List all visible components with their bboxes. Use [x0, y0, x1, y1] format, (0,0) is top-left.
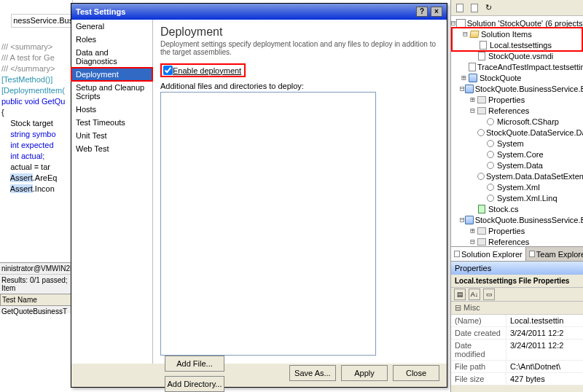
settings-category-roles[interactable]: Roles [71, 33, 152, 46]
reference-microsoft-csharp[interactable]: Microsoft.CSharp [451, 116, 583, 127]
ref-item-icon [485, 149, 496, 159]
settings-category-general[interactable]: General [71, 20, 152, 33]
help-icon[interactable]: ? [416, 7, 428, 17]
categorized-icon[interactable]: ▤ [454, 289, 466, 300]
results-summary: Results: 0/1 passed; Item [0, 274, 73, 294]
apply-button[interactable]: Apply [341, 365, 388, 381]
alphabetical-icon[interactable]: A↓ [469, 289, 480, 300]
references-node-test[interactable]: ⊟References [451, 236, 583, 246]
panel-subheading: Deployment settings specify deployment l… [160, 40, 439, 56]
settings-category-test-timeouts[interactable]: Test Timeouts [71, 116, 152, 129]
properties-panel: Properties Local.testsettings File Prope… [450, 261, 583, 392]
refresh-icon[interactable]: ↻ [482, 1, 495, 14]
ref-item-icon [477, 128, 485, 137]
tree-expander-icon[interactable]: ⊟ [469, 237, 477, 247]
reference-system-xml-linq[interactable]: System.Xml.Linq [451, 192, 583, 203]
settings-category-deployment[interactable]: Deployment [71, 68, 152, 81]
tree-expander-icon[interactable]: ⊟ [469, 106, 477, 116]
reference-system[interactable]: System [451, 138, 583, 149]
cs-icon [477, 204, 487, 213]
project-business[interactable]: ⊟StockQuote.BusinessService.Business [451, 83, 583, 94]
proj-icon [465, 215, 474, 224]
dialog-titlebar[interactable]: Test Settings ? × [71, 4, 447, 20]
tree-expander-icon[interactable]: ⊞ [469, 226, 477, 236]
tree-expander-icon[interactable]: ⊟ [451, 18, 456, 28]
properties-node-test[interactable]: ⊞Properties [451, 225, 583, 236]
property-row[interactable]: Date modified3/24/2011 12:2 [451, 340, 583, 361]
explorer-tabs: Solution ExplorerTeam ExplorerServer Exp… [451, 246, 583, 261]
status-bar: ninistrator@VMWIN2K3DEV [0, 263, 73, 274]
reference-system-core[interactable]: System.Core [451, 149, 583, 160]
tree-expander-icon[interactable]: ⊞ [469, 95, 477, 105]
property-key: Date modified [451, 340, 506, 360]
ref-icon [477, 226, 487, 235]
add-directory-button[interactable]: Add Directory... [165, 376, 224, 392]
references-node[interactable]: ⊟References [451, 105, 583, 116]
settings-category-data-and-diagnostics[interactable]: Data and Diagnostics [71, 46, 152, 68]
property-row[interactable]: (Name)Local.testsettin [451, 315, 583, 327]
reference-system-data-datasetextensions[interactable]: System.Data.DataSetExtensions [451, 170, 583, 181]
enable-deployment-label[interactable]: Enable deployment [173, 66, 241, 75]
close-icon[interactable]: × [431, 7, 442, 17]
property-row[interactable]: Date created3/24/2011 12:2 [451, 327, 583, 340]
properties-toolbar: ▤ A↓ ▭ [451, 287, 583, 302]
solution-tree[interactable]: ⊟Solution 'StockQuote' (6 projects)⊟Solu… [451, 16, 583, 246]
property-value[interactable]: Local.testsettin [506, 315, 583, 326]
solution-items-folder[interactable]: ⊟Solution Items [453, 28, 582, 39]
tree-expander-icon[interactable]: ⊟ [460, 84, 465, 94]
tab-icon [454, 251, 460, 257]
properties-node[interactable]: ⊞Properties [451, 94, 583, 105]
property-key: File size [451, 373, 506, 385]
add-file-button[interactable]: Add File... [165, 356, 224, 372]
properties-object-name: Local.testsettings File Properties [451, 275, 583, 287]
settings-category-web-test[interactable]: Web Test [71, 142, 152, 155]
reference-system-xml[interactable]: System.Xml [451, 181, 583, 192]
editor-tab[interactable]: nessService.Business.Test. [11, 14, 73, 28]
save-as-button[interactable]: Save As... [289, 365, 336, 381]
close-button[interactable]: Close [393, 365, 439, 381]
tree-expander-icon[interactable]: ⊟ [461, 29, 469, 39]
property-pages-icon[interactable]: ▭ [483, 289, 495, 300]
settings-category-hosts[interactable]: Hosts [71, 103, 152, 116]
project-stockquote[interactable]: ⊞StockQuote [451, 72, 583, 83]
properties-icon[interactable] [453, 1, 466, 14]
property-value[interactable]: 427 bytes [506, 373, 583, 385]
file-icon [478, 40, 488, 50]
local-testsettings-file[interactable]: Local.testsettings [453, 39, 582, 50]
tab-solution-explorer[interactable]: Solution Explorer [451, 247, 526, 261]
property-category-misc[interactable]: ⊟ Misc [451, 302, 583, 315]
deploy-files-listbox[interactable] [160, 92, 376, 356]
tree-expander-icon[interactable]: ⊞ [460, 73, 468, 83]
ref-item-icon [485, 117, 496, 126]
proj-icon [465, 84, 474, 93]
show-all-files-icon[interactable] [468, 1, 480, 14]
code-editor: nessService.Business.Test. /// <summary>… [0, 0, 73, 262]
project-business-test[interactable]: ⊟StockQuote.BusinessService.Business.Tes… [451, 214, 583, 225]
ref-item-icon [485, 138, 496, 148]
ref-icon [477, 95, 487, 104]
settings-category-unit-test[interactable]: Unit Test [71, 129, 152, 142]
results-row[interactable]: GetQuoteBusinessT [0, 306, 73, 317]
ref-item-icon [485, 193, 496, 203]
stock-cs-file[interactable]: Stock.cs [451, 203, 583, 214]
trace-testsettings-file[interactable]: TraceAndTestImpact.testsettings [451, 61, 583, 72]
property-value[interactable]: C:\Ant\Dotnet\ [506, 361, 583, 372]
enable-deployment-checkbox[interactable] [163, 66, 173, 75]
property-row[interactable]: File pathC:\Ant\Dotnet\ [451, 361, 583, 373]
file-icon [469, 62, 476, 71]
reference-system-data[interactable]: System.Data [451, 160, 583, 170]
results-header-testname[interactable]: Test Name [0, 294, 73, 306]
tab-team-explorer[interactable]: Team Explorer [526, 247, 583, 261]
property-key: File path [451, 361, 506, 372]
sol-icon [456, 18, 466, 28]
property-value[interactable]: 3/24/2011 12:2 [506, 340, 583, 360]
property-value[interactable]: 3/24/2011 12:2 [506, 327, 583, 339]
file-icon [477, 51, 487, 60]
tree-expander-icon[interactable]: ⊟ [460, 215, 465, 225]
vsmdi-file[interactable]: StockQuote.vsmdi [451, 50, 583, 61]
property-key: (Name) [451, 315, 506, 326]
property-row[interactable]: File size427 bytes [451, 373, 583, 385]
reference-stockquote-dataservice-data[interactable]: StockQuote.DataService.Data [451, 127, 583, 138]
solution-root[interactable]: ⊟Solution 'StockQuote' (6 projects) [451, 17, 583, 28]
settings-category-setup-and-cleanup-scripts[interactable]: Setup and Cleanup Scripts [71, 81, 152, 103]
